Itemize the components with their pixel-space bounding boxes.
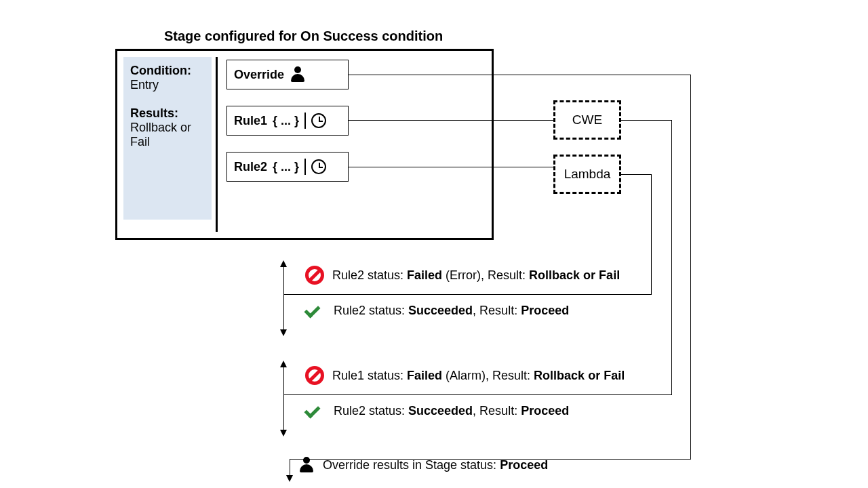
rule1-label: Rule1 — [234, 114, 267, 128]
person-icon — [298, 457, 315, 473]
connector-lambda-out — [621, 174, 651, 175]
condition-heading: Condition: — [130, 64, 205, 78]
results-value: Rollback or Fail — [130, 121, 205, 149]
override-outcome-text: Override results in Stage status: Procee… — [323, 458, 548, 472]
rule1-failed-text: Rule1 status: Failed (Alarm), Result: Ro… — [332, 369, 625, 383]
check-icon — [305, 405, 326, 418]
cwe-box: CWE — [553, 100, 621, 140]
connector-override-down — [690, 75, 691, 459]
rule1-body: { ... } — [273, 114, 299, 128]
person-icon — [290, 66, 306, 83]
connector-cwe-mid — [283, 394, 672, 395]
connector-cwe-down — [671, 120, 672, 394]
connector-rule2-lambda — [349, 167, 553, 167]
rule2-succeeded-text: Rule2 status: Succeeded, Result: Proceed — [334, 304, 569, 318]
condition-value: Entry — [130, 78, 205, 92]
clock-icon — [311, 113, 326, 128]
diagram-title: Stage configured for On Success conditio… — [164, 28, 443, 44]
arrow-down-icon — [280, 329, 287, 336]
outcome-vertical-2 — [283, 366, 284, 431]
connector-cwe-out — [621, 120, 671, 121]
rule2-box: Rule2 { ... } — [226, 152, 349, 182]
condition-panel: Condition: Entry Results: Rollback or Fa… — [123, 57, 212, 220]
connector-rule1-cwe — [349, 120, 553, 121]
rule2-failed-row: Rule2 status: Failed (Error), Result: Ro… — [305, 266, 620, 285]
rule2-label: Rule2 — [234, 160, 267, 174]
connector-lambda-mid — [283, 294, 652, 295]
connector-lambda-down — [651, 174, 652, 294]
panel-divider — [216, 57, 218, 232]
forbidden-icon — [305, 366, 324, 385]
check-icon — [305, 304, 326, 318]
arrow-down-icon — [280, 430, 287, 436]
arrow-down-icon — [286, 475, 293, 482]
cwe-label: CWE — [572, 113, 602, 127]
rule1-box: Rule1 { ... } — [226, 106, 349, 136]
connector-override-out — [349, 75, 690, 75]
rule2-body: { ... } — [273, 160, 299, 174]
override-box: Override — [226, 60, 349, 89]
rule2b-succeeded-text: Rule2 status: Succeeded, Result: Proceed — [334, 404, 569, 418]
rule2-succeeded-row: Rule2 status: Succeeded, Result: Proceed — [305, 304, 569, 318]
lambda-box: Lambda — [553, 155, 621, 194]
override-label: Override — [234, 68, 284, 82]
results-heading: Results: — [130, 106, 205, 121]
rule1-failed-row: Rule1 status: Failed (Alarm), Result: Ro… — [305, 366, 625, 385]
override-outcome-row: Override results in Stage status: Procee… — [298, 457, 548, 473]
outcome-vertical — [283, 266, 284, 331]
override-outcome-vertical — [290, 459, 290, 476]
lambda-label: Lambda — [564, 167, 611, 182]
rule1-divider — [304, 113, 306, 129]
forbidden-icon — [305, 266, 324, 285]
clock-icon — [311, 159, 326, 174]
rule2b-succeeded-row: Rule2 status: Succeeded, Result: Proceed — [305, 404, 569, 418]
rule2-failed-text: Rule2 status: Failed (Error), Result: Ro… — [332, 268, 620, 283]
rule2-divider — [304, 159, 306, 175]
